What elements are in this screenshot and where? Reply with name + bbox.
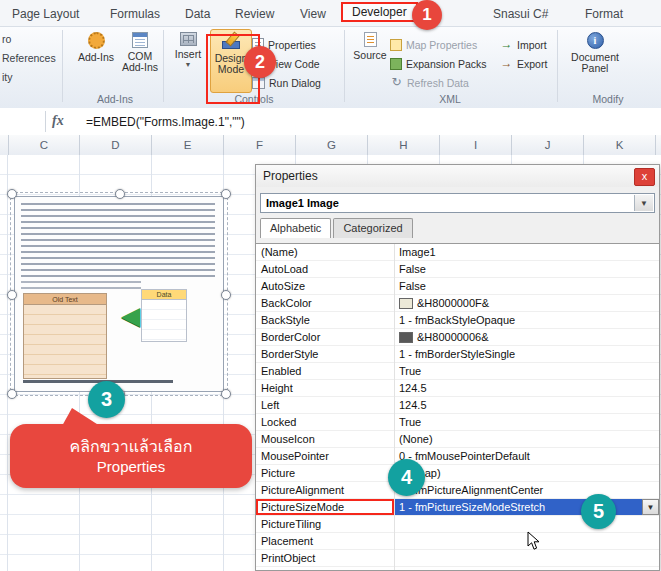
ribbon-tab[interactable]: Data <box>181 5 214 23</box>
property-value[interactable]: 1 - fmBorderStyleSingle ▼ <box>394 346 659 362</box>
instruction-callout: คลิกขวาแล้วเลือก Properties <box>10 424 252 488</box>
property-value[interactable]: 0 - fmMousePointerDefault ▼ <box>394 448 659 464</box>
mini-table-right <box>141 300 187 342</box>
import-button[interactable]: Import <box>500 36 547 53</box>
property-row[interactable]: BackColor &H8000000F& ▼ <box>256 295 659 312</box>
property-row[interactable]: MousePointer 0 - fmMousePointerDefault ▼ <box>256 448 659 465</box>
document-panel-icon <box>587 32 604 49</box>
property-value[interactable]: 1 - fmBackStyleOpaque ▼ <box>394 312 659 328</box>
expansion-packs-button[interactable]: Expansion Packs <box>390 55 487 72</box>
xml-source-button[interactable]: Source <box>350 29 390 94</box>
column-header[interactable]: C <box>8 135 80 155</box>
column-header[interactable]: I <box>440 135 512 155</box>
object-selector-dropdown[interactable]: Image1 Image ▼ <box>260 193 655 213</box>
column-header[interactable]: F <box>224 135 296 155</box>
add-ins-button[interactable]: Add-Ins <box>76 29 116 94</box>
property-value[interactable]: 124.5 ▼ <box>394 380 659 396</box>
property-value[interactable]: True ▼ <box>394 363 659 379</box>
ribbon-tab[interactable]: Developer <box>341 2 418 22</box>
property-row[interactable]: Height 124.5 ▼ <box>256 380 659 397</box>
import-arrow-icon <box>500 38 513 51</box>
column-header[interactable]: D <box>80 135 152 155</box>
refresh-icon <box>390 76 403 89</box>
property-row[interactable]: Picture (Bitmap) ▼ <box>256 465 659 482</box>
dropdown-arrow-icon[interactable]: ▼ <box>642 499 659 515</box>
property-value[interactable]: False ▼ <box>394 261 659 277</box>
property-value[interactable]: &H8000000F& ▼ <box>394 295 659 311</box>
add-ins-gear-icon <box>88 32 105 49</box>
property-row[interactable]: PrintObject ▼ <box>256 550 659 567</box>
tab-alphabetic[interactable]: Alphabetic <box>260 218 331 238</box>
com-add-ins-button[interactable]: COM Add-Ins <box>118 29 162 94</box>
selection-handle[interactable] <box>7 290 17 300</box>
selection-handle[interactable] <box>7 189 17 199</box>
property-row[interactable]: BackStyle 1 - fmBackStyleOpaque ▼ <box>256 312 659 329</box>
property-row[interactable]: Enabled True ▼ <box>256 363 659 380</box>
selection-handle[interactable] <box>221 290 231 300</box>
step-badge-2: 2 <box>244 46 276 78</box>
property-value[interactable]: ▼ <box>394 550 659 566</box>
property-row[interactable]: (Name) Image1 ▼ <box>256 244 659 261</box>
close-icon[interactable]: x <box>634 168 655 186</box>
ribbon-tab-bar: Page Layout Formulas Data Review View De… <box>0 0 661 27</box>
map-properties-icon <box>390 39 402 51</box>
property-row[interactable]: BorderStyle 1 - fmBorderStyleSingle ▼ <box>256 346 659 363</box>
property-value[interactable]: &H80000006& ▼ <box>394 329 659 345</box>
property-value[interactable]: 2 - fmPictureAlignmentCenter ▼ <box>394 482 659 498</box>
insert-control-button[interactable]: Insert ▼ <box>168 29 208 94</box>
property-row[interactable]: AutoLoad False ▼ <box>256 261 659 278</box>
ribbon-tab[interactable]: Formulas <box>106 5 164 23</box>
property-value[interactable]: (None) ▼ <box>394 431 659 447</box>
step-badge-3: 3 <box>88 381 125 418</box>
selection-handle[interactable] <box>7 389 17 399</box>
properties-window-title: Properties <box>256 165 659 187</box>
property-name: Picture <box>256 465 394 481</box>
property-row[interactable]: Placement ▼ <box>256 533 659 550</box>
property-name: Enabled <box>256 363 394 379</box>
embedded-image-object[interactable]: Old Text Data ◀ <box>14 196 224 392</box>
property-value[interactable]: ▼ <box>394 516 659 532</box>
group-label-xml: XML <box>350 93 550 105</box>
ribbon-tab[interactable]: Review <box>231 5 278 23</box>
property-value[interactable]: False ▼ <box>394 278 659 294</box>
property-value[interactable]: (Bitmap) ▼ <box>394 465 659 481</box>
refresh-data-button[interactable]: Refresh Data <box>390 74 469 91</box>
column-header[interactable]: J <box>512 135 584 155</box>
property-name: Placement <box>256 533 394 549</box>
property-name: Left <box>256 397 394 413</box>
property-value[interactable]: 1 - fmPictureSizeModeStretch ▼ <box>394 499 659 515</box>
clipped-label: References <box>2 52 56 64</box>
selection-handle[interactable] <box>115 189 125 199</box>
ribbon-tab[interactable]: View <box>296 5 330 23</box>
insert-controls-icon <box>180 32 197 46</box>
chevron-down-icon[interactable]: ▼ <box>634 195 653 211</box>
map-properties-button[interactable]: Map Properties <box>390 36 477 53</box>
step-badge-1: 1 <box>412 0 442 30</box>
column-header[interactable]: E <box>152 135 224 155</box>
property-value[interactable]: True ▼ <box>394 414 659 430</box>
fx-icon[interactable]: fx <box>52 113 64 129</box>
ribbon-tab[interactable]: Format <box>581 5 627 23</box>
column-header[interactable]: H <box>368 135 440 155</box>
formula-bar[interactable]: fx =EMBED("Forms.Image.1","") <box>0 108 661 136</box>
tab-categorized[interactable]: Categorized <box>333 218 412 238</box>
property-value[interactable]: 124.5 ▼ <box>394 397 659 413</box>
column-header[interactable]: G <box>296 135 368 155</box>
selection-handle[interactable] <box>221 389 231 399</box>
selection-handle[interactable] <box>221 189 231 199</box>
ribbon-tab[interactable]: Page Layout <box>8 5 83 23</box>
xml-source-icon <box>364 32 377 47</box>
formula-text[interactable]: =EMBED("Forms.Image.1","") <box>86 115 245 129</box>
property-row[interactable]: Locked True ▼ <box>256 414 659 431</box>
document-panel-button[interactable]: Document Panel <box>565 29 625 94</box>
property-name: BorderStyle <box>256 346 394 362</box>
property-row[interactable]: AutoSize False ▼ <box>256 278 659 295</box>
property-row[interactable]: MouseIcon (None) ▼ <box>256 431 659 448</box>
ribbon-tab[interactable]: Snasui C# <box>489 5 552 23</box>
property-row[interactable]: Left 124.5 ▼ <box>256 397 659 414</box>
property-row[interactable]: BorderColor &H80000006& ▼ <box>256 329 659 346</box>
property-value[interactable]: Image1 ▼ <box>394 244 659 260</box>
export-button[interactable]: Export <box>500 55 547 72</box>
step-badge-5: 5 <box>581 494 616 529</box>
column-header[interactable]: K <box>584 135 656 155</box>
